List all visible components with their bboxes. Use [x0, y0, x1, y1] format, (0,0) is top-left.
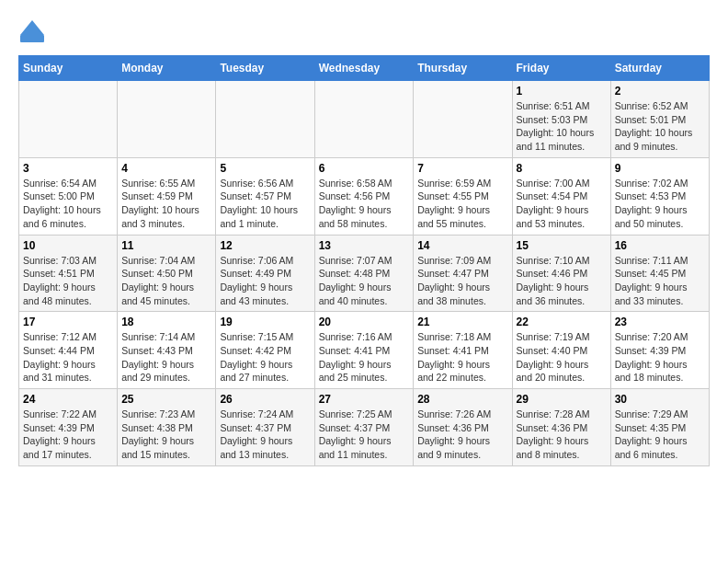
day-cell: 23Sunrise: 7:20 AM Sunset: 4:39 PM Dayli…: [610, 312, 709, 389]
day-number: 4: [121, 162, 211, 175]
day-cell: [414, 81, 512, 158]
day-number: 20: [319, 316, 410, 328]
day-cell: 30Sunrise: 7:29 AM Sunset: 4:35 PM Dayli…: [610, 389, 709, 466]
day-number: 9: [615, 162, 705, 175]
day-cell: 8Sunrise: 7:00 AM Sunset: 4:54 PM Daylig…: [512, 157, 610, 235]
day-info: Sunrise: 7:11 AM Sunset: 4:45 PM Dayligh…: [615, 254, 705, 308]
day-info: Sunrise: 7:07 AM Sunset: 4:48 PM Dayligh…: [319, 254, 410, 308]
day-info: Sunrise: 6:56 AM Sunset: 4:57 PM Dayligh…: [220, 177, 310, 231]
day-cell: 11Sunrise: 7:04 AM Sunset: 4:50 PM Dayli…: [118, 235, 216, 312]
day-number: 2: [615, 85, 705, 98]
day-number: 1: [517, 85, 607, 98]
week-row-2: 3Sunrise: 6:54 AM Sunset: 5:00 PM Daylig…: [19, 157, 710, 235]
calendar-body: 1Sunrise: 6:51 AM Sunset: 5:03 PM Daylig…: [19, 81, 710, 466]
day-cell: 14Sunrise: 7:09 AM Sunset: 4:47 PM Dayli…: [414, 235, 512, 312]
day-info: Sunrise: 7:24 AM Sunset: 4:37 PM Dayligh…: [220, 408, 310, 462]
day-info: Sunrise: 7:06 AM Sunset: 4:49 PM Dayligh…: [220, 254, 310, 308]
day-number: 11: [121, 239, 211, 252]
day-cell: 17Sunrise: 7:12 AM Sunset: 4:44 PM Dayli…: [19, 312, 118, 389]
day-info: Sunrise: 7:18 AM Sunset: 4:41 PM Dayligh…: [417, 330, 507, 385]
header-cell-tuesday: Tuesday: [216, 56, 314, 81]
day-cell: 25Sunrise: 7:23 AM Sunset: 4:38 PM Dayli…: [118, 389, 216, 466]
day-number: 23: [615, 316, 705, 328]
logo-icon: [18, 18, 46, 46]
day-cell: 19Sunrise: 7:15 AM Sunset: 4:42 PM Dayli…: [216, 312, 314, 389]
day-number: 16: [615, 239, 705, 252]
day-cell: 15Sunrise: 7:10 AM Sunset: 4:46 PM Dayli…: [512, 235, 610, 312]
day-number: 15: [517, 239, 607, 252]
day-info: Sunrise: 6:54 AM Sunset: 5:00 PM Dayligh…: [23, 177, 113, 231]
day-info: Sunrise: 7:29 AM Sunset: 4:35 PM Dayligh…: [615, 408, 705, 462]
day-number: 12: [220, 239, 310, 252]
header-row: SundayMondayTuesdayWednesdayThursdayFrid…: [19, 56, 710, 81]
day-number: 24: [23, 393, 113, 406]
day-cell: 2Sunrise: 6:52 AM Sunset: 5:01 PM Daylig…: [610, 81, 709, 158]
day-info: Sunrise: 6:58 AM Sunset: 4:56 PM Dayligh…: [319, 177, 410, 231]
svg-marker-0: [20, 20, 44, 35]
day-cell: [118, 81, 216, 158]
day-info: Sunrise: 7:23 AM Sunset: 4:38 PM Dayligh…: [121, 408, 211, 462]
svg-rect-1: [20, 35, 44, 42]
day-number: 27: [319, 393, 410, 406]
day-info: Sunrise: 7:00 AM Sunset: 4:54 PM Dayligh…: [517, 177, 607, 231]
day-cell: 12Sunrise: 7:06 AM Sunset: 4:49 PM Dayli…: [216, 235, 314, 312]
day-number: 10: [23, 239, 113, 252]
day-cell: 28Sunrise: 7:26 AM Sunset: 4:36 PM Dayli…: [414, 389, 512, 466]
day-cell: 7Sunrise: 6:59 AM Sunset: 4:55 PM Daylig…: [414, 157, 512, 235]
day-info: Sunrise: 7:03 AM Sunset: 4:51 PM Dayligh…: [23, 254, 113, 308]
calendar-header: SundayMondayTuesdayWednesdayThursdayFrid…: [19, 56, 710, 81]
day-cell: 21Sunrise: 7:18 AM Sunset: 4:41 PM Dayli…: [414, 312, 512, 389]
day-cell: 10Sunrise: 7:03 AM Sunset: 4:51 PM Dayli…: [19, 235, 118, 312]
day-cell: 26Sunrise: 7:24 AM Sunset: 4:37 PM Dayli…: [216, 389, 314, 466]
day-number: 8: [517, 162, 607, 175]
day-cell: 24Sunrise: 7:22 AM Sunset: 4:39 PM Dayli…: [19, 389, 118, 466]
day-info: Sunrise: 7:28 AM Sunset: 4:36 PM Dayligh…: [517, 408, 607, 462]
day-cell: 1Sunrise: 6:51 AM Sunset: 5:03 PM Daylig…: [512, 81, 610, 158]
week-row-5: 24Sunrise: 7:22 AM Sunset: 4:39 PM Dayli…: [19, 389, 710, 466]
day-info: Sunrise: 7:22 AM Sunset: 4:39 PM Dayligh…: [23, 408, 113, 462]
day-cell: 5Sunrise: 6:56 AM Sunset: 4:57 PM Daylig…: [216, 157, 314, 235]
day-cell: 16Sunrise: 7:11 AM Sunset: 4:45 PM Dayli…: [610, 235, 709, 312]
day-number: 26: [220, 393, 310, 406]
day-info: Sunrise: 7:15 AM Sunset: 4:42 PM Dayligh…: [220, 330, 310, 385]
day-info: Sunrise: 7:20 AM Sunset: 4:39 PM Dayligh…: [615, 330, 705, 385]
day-number: 13: [319, 239, 410, 252]
day-number: 19: [220, 316, 310, 328]
day-number: 22: [517, 316, 607, 328]
day-cell: [314, 81, 414, 158]
day-cell: 6Sunrise: 6:58 AM Sunset: 4:56 PM Daylig…: [314, 157, 414, 235]
page-header: [18, 18, 710, 46]
day-cell: 4Sunrise: 6:55 AM Sunset: 4:59 PM Daylig…: [118, 157, 216, 235]
day-info: Sunrise: 7:04 AM Sunset: 4:50 PM Dayligh…: [121, 254, 211, 308]
day-info: Sunrise: 7:26 AM Sunset: 4:36 PM Dayligh…: [417, 408, 507, 462]
day-cell: 13Sunrise: 7:07 AM Sunset: 4:48 PM Dayli…: [314, 235, 414, 312]
day-number: 28: [417, 393, 507, 406]
day-number: 6: [319, 162, 410, 175]
day-cell: 29Sunrise: 7:28 AM Sunset: 4:36 PM Dayli…: [512, 389, 610, 466]
day-info: Sunrise: 7:02 AM Sunset: 4:53 PM Dayligh…: [615, 177, 705, 231]
header-cell-friday: Friday: [512, 56, 610, 81]
day-number: 21: [417, 316, 507, 328]
day-number: 29: [517, 393, 607, 406]
day-number: 30: [615, 393, 705, 406]
logo: [18, 18, 50, 46]
day-cell: 9Sunrise: 7:02 AM Sunset: 4:53 PM Daylig…: [610, 157, 709, 235]
day-cell: 20Sunrise: 7:16 AM Sunset: 4:41 PM Dayli…: [314, 312, 414, 389]
day-info: Sunrise: 7:19 AM Sunset: 4:40 PM Dayligh…: [517, 330, 607, 385]
week-row-1: 1Sunrise: 6:51 AM Sunset: 5:03 PM Daylig…: [19, 81, 710, 158]
day-cell: 3Sunrise: 6:54 AM Sunset: 5:00 PM Daylig…: [19, 157, 118, 235]
day-info: Sunrise: 7:10 AM Sunset: 4:46 PM Dayligh…: [517, 254, 607, 308]
day-cell: 27Sunrise: 7:25 AM Sunset: 4:37 PM Dayli…: [314, 389, 414, 466]
day-number: 5: [220, 162, 310, 175]
day-info: Sunrise: 6:59 AM Sunset: 4:55 PM Dayligh…: [417, 177, 507, 231]
day-cell: 18Sunrise: 7:14 AM Sunset: 4:43 PM Dayli…: [118, 312, 216, 389]
day-number: 3: [23, 162, 113, 175]
day-info: Sunrise: 7:14 AM Sunset: 4:43 PM Dayligh…: [121, 330, 211, 385]
day-info: Sunrise: 7:16 AM Sunset: 4:41 PM Dayligh…: [319, 330, 410, 385]
day-info: Sunrise: 7:09 AM Sunset: 4:47 PM Dayligh…: [417, 254, 507, 308]
day-number: 17: [23, 316, 113, 328]
day-number: 25: [121, 393, 211, 406]
calendar-table: SundayMondayTuesdayWednesdayThursdayFrid…: [18, 55, 710, 466]
header-cell-sunday: Sunday: [19, 56, 118, 81]
day-info: Sunrise: 6:52 AM Sunset: 5:01 PM Dayligh…: [615, 99, 705, 154]
